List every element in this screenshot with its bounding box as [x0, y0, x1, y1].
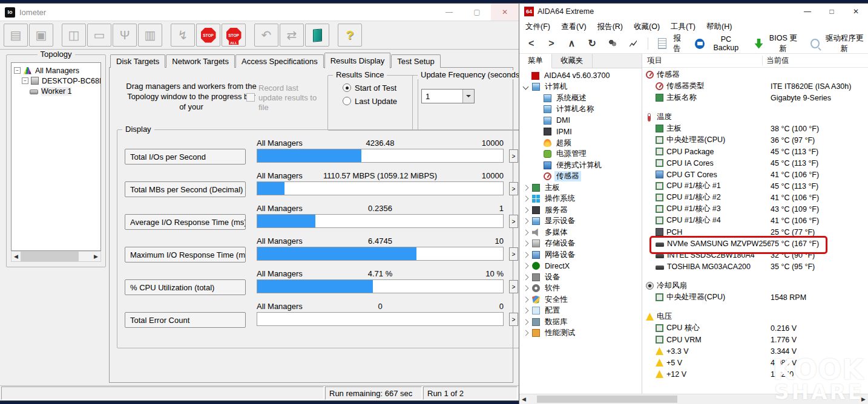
tab-network-targets[interactable]: Network Targets: [166, 54, 235, 68]
chevron-right-icon[interactable]: [523, 184, 529, 191]
tree-item[interactable]: 性能测试: [519, 328, 642, 339]
tree-item[interactable]: 传感器: [519, 171, 642, 183]
duplicate-worker-button[interactable]: ▥: [138, 24, 162, 47]
driver-update-button[interactable]: 驱动程序更新: [808, 36, 868, 51]
result-progress-bar[interactable]: [257, 247, 504, 261]
chevron-right-icon[interactable]: [523, 296, 529, 302]
refresh-button[interactable]: ↻: [585, 36, 599, 51]
tree-item[interactable]: 安全性: [519, 294, 642, 305]
chevron-right-icon[interactable]: [523, 218, 529, 224]
chevron-right-icon[interactable]: [523, 207, 529, 213]
sensor-row[interactable]: PCH25 °C (77 °F): [642, 226, 868, 238]
new-disk-worker-button[interactable]: ▭: [87, 24, 111, 47]
bios-update-button[interactable]: BIOS 更新: [752, 36, 802, 51]
tree-item[interactable]: 系统概述: [519, 93, 642, 104]
menu-item-3[interactable]: 收藏(O): [634, 22, 660, 32]
topology-node[interactable]: Worker 1: [13, 86, 99, 96]
tab-access-specifications[interactable]: Access Specifications: [235, 54, 324, 68]
sensor-group-header[interactable]: 电压: [642, 311, 868, 322]
sensor-row[interactable]: CPU 核心0.216 V: [642, 322, 868, 334]
tree-item[interactable]: 操作系统: [519, 194, 642, 205]
menu-item-2[interactable]: 报告(R): [597, 22, 623, 32]
result-progress-bar[interactable]: [257, 149, 504, 163]
scroll-thumb[interactable]: [21, 252, 79, 261]
tree-item[interactable]: 便携式计算机: [519, 160, 642, 171]
chevron-right-icon[interactable]: [523, 308, 529, 314]
up-button[interactable]: ∧: [565, 36, 579, 51]
line-chart-button[interactable]: [626, 36, 640, 51]
minimize-button[interactable]: —: [435, 4, 463, 21]
sensor-row[interactable]: 中央处理器(CPU)1548 RPM: [642, 292, 868, 303]
tree-item[interactable]: 配置: [519, 305, 642, 317]
scroll-thumb[interactable]: [537, 396, 677, 403]
radio-icon[interactable]: [343, 97, 351, 105]
result-progress-bar[interactable]: [257, 279, 504, 293]
expand-row-button[interactable]: >: [509, 313, 518, 326]
tree-expander-icon[interactable]: −: [14, 67, 21, 74]
chevron-right-icon[interactable]: [523, 319, 529, 325]
tree-item[interactable]: DirectX: [519, 261, 642, 272]
tree-item[interactable]: 超频: [519, 137, 642, 149]
tree-item[interactable]: 设备: [519, 272, 642, 283]
chevron-right-icon[interactable]: [523, 241, 529, 247]
radio-start-of-test[interactable]: Start of Test: [343, 83, 410, 93]
tree-item[interactable]: 网络设备: [519, 249, 642, 261]
sensor-row[interactable]: CPU #1/核心 #343 °C (109 °F): [642, 203, 868, 215]
sensor-row[interactable]: CPU IA Cores45 °C (113 °F): [642, 157, 868, 169]
disconnect-button[interactable]: ⇄: [280, 24, 304, 47]
report-doc-button[interactable]: 报告: [656, 36, 686, 51]
result-progress-bar[interactable]: [257, 312, 504, 326]
chevron-right-icon[interactable]: [523, 330, 529, 336]
tab-disk-targets[interactable]: Disk Targets: [110, 54, 165, 68]
dropdown-button[interactable]: [462, 90, 474, 103]
topology-node[interactable]: −All Managers: [13, 65, 99, 76]
tree-item[interactable]: 主板: [519, 182, 642, 194]
tree-item[interactable]: AIDA64 v5.60.3700: [519, 70, 642, 82]
chevron-right-icon[interactable]: [523, 285, 529, 292]
maximize-button[interactable]: □: [820, 4, 844, 19]
chevron-right-icon[interactable]: [523, 274, 529, 280]
users-button[interactable]: [605, 36, 620, 51]
expand-row-button[interactable]: >: [509, 182, 518, 195]
topology-hscrollbar[interactable]: ◀ ▶: [11, 251, 101, 262]
pc-backup-button[interactable]: PC Backup: [692, 36, 746, 51]
scroll-left-icon[interactable]: ◀: [519, 394, 528, 404]
sensor-group-header[interactable]: 温度: [642, 111, 868, 123]
sidebar-tab-0[interactable]: 菜单: [519, 54, 552, 68]
sidebar-tab-1[interactable]: 收藏夹: [552, 54, 593, 68]
help-button[interactable]: ?: [338, 24, 362, 47]
tree-item[interactable]: 多媒体: [519, 227, 642, 238]
scroll-right-icon[interactable]: ▶: [91, 252, 100, 261]
chevron-right-icon[interactable]: [523, 229, 529, 235]
sensor-row[interactable]: 中央处理器(CPU)36 °C (97 °F): [642, 134, 868, 146]
menu-item-4[interactable]: 工具(T): [671, 22, 695, 32]
sensor-row[interactable]: CPU #1/核心 #441 °C (106 °F): [642, 215, 868, 226]
menu-item-5[interactable]: 帮助(H): [706, 22, 732, 32]
metric-button[interactable]: Total I/Os per Second: [125, 149, 246, 165]
sensor-row[interactable]: 主板38 °C (100 °F): [642, 123, 868, 134]
expand-row-button[interactable]: >: [509, 215, 518, 228]
tree-item[interactable]: 计算机名称: [519, 104, 642, 116]
open-file-button[interactable]: ▤: [4, 24, 28, 47]
expand-row-button[interactable]: >: [509, 247, 518, 261]
tree-item[interactable]: 显示设备: [519, 216, 642, 227]
new-network-worker-button[interactable]: Ψ: [113, 24, 137, 47]
sensor-row[interactable]: CPU #1/核心 #145 °C (113 °F): [642, 180, 868, 192]
tree-item[interactable]: 服务器: [519, 204, 642, 216]
save-file-button[interactable]: ▣: [29, 24, 53, 47]
tree-item[interactable]: 软件: [519, 283, 642, 295]
stop-test-button[interactable]: STOP: [196, 24, 220, 47]
radio-icon[interactable]: [343, 83, 351, 92]
tree-item[interactable]: 电源管理: [519, 149, 642, 160]
metric-button[interactable]: Total Error Count: [125, 312, 246, 328]
tree-item[interactable]: 数据库: [519, 316, 642, 328]
sensor-row[interactable]: CPU #1/核心 #241 °C (106 °F): [642, 192, 868, 203]
menu-item-1[interactable]: 查看(V): [561, 22, 587, 32]
checkbox-icon[interactable]: [246, 93, 255, 102]
sensor-row[interactable]: CPU GT Cores41 °C (106 °F): [642, 169, 868, 180]
metric-button[interactable]: Maximum I/O Response Time (ms: [125, 247, 246, 262]
chevron-right-icon[interactable]: [523, 252, 529, 258]
menu-item-0[interactable]: 文件(F): [525, 22, 550, 32]
exit-button[interactable]: [305, 24, 329, 47]
chevron-right-icon[interactable]: [523, 263, 529, 269]
